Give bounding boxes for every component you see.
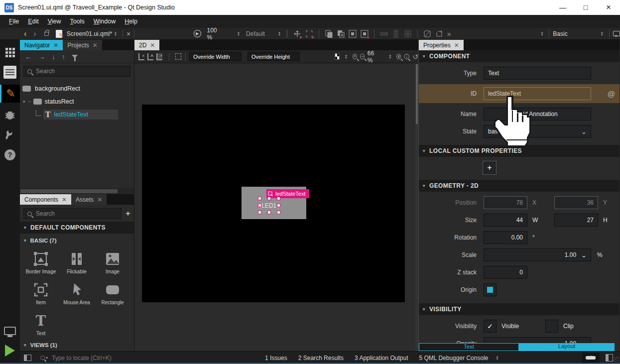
size-h-field[interactable]: 27 [554, 214, 598, 227]
open-file-name[interactable]: Screen01.ui.qml* [67, 30, 112, 37]
close-icon[interactable]: ✕ [62, 196, 67, 203]
debug-mode-icon[interactable] [2, 108, 17, 122]
navigator-search-input[interactable]: Search [23, 66, 130, 77]
menu-view[interactable]: View [44, 16, 65, 27]
components-group-basic[interactable]: ▾BASIC (7) [20, 234, 134, 247]
move-right-icon[interactable]: → [38, 53, 45, 61]
background-checker-icon[interactable] [335, 53, 340, 60]
state-dropdown[interactable]: base ⌄ [484, 125, 591, 138]
opacity-field[interactable]: 1.00 ⌄ [484, 337, 591, 343]
edit-mode-icon[interactable] [2, 65, 17, 80]
components-group-views[interactable]: ▾VIEWS (1) [20, 340, 134, 350]
component-rectangle[interactable]: Rectangle [95, 278, 130, 309]
paste-style-icon[interactable] [337, 30, 345, 38]
style-spinner[interactable]: ▲▼ [278, 31, 281, 36]
welcome-mode-icon[interactable] [2, 45, 17, 60]
position-y-field[interactable]: 36 [554, 196, 598, 209]
annotation-at-icon[interactable]: @ [608, 90, 615, 98]
timeline-icon[interactable] [380, 30, 388, 38]
root-item-canvas[interactable]: ledStateText LED1 [142, 105, 405, 302]
export-selection-icon[interactable] [305, 30, 313, 38]
kit-status-icon[interactable] [582, 353, 600, 364]
tab-text-properties[interactable]: Text [419, 343, 519, 351]
section-component[interactable]: ▾COMPONENT [419, 50, 620, 62]
output-pane-spinner[interactable]: ▲▼ [496, 356, 498, 361]
size-w-field[interactable]: 44 [484, 214, 527, 227]
section-local-custom[interactable]: ▾LOCAL CUSTOM PROPERTIES [419, 145, 620, 157]
tree-item-ledstatetext[interactable]: T ledStateText [20, 108, 134, 121]
menu-window[interactable]: Window [90, 16, 120, 27]
run-button[interactable] [2, 343, 17, 358]
feedback-icon[interactable] [613, 31, 620, 36]
zstack-field[interactable]: 0 [484, 266, 527, 279]
close-icon[interactable]: ✕ [150, 42, 155, 49]
close-icon[interactable]: ✕ [97, 196, 102, 203]
move-up-icon[interactable]: ↑ [62, 53, 65, 61]
kit-dropdown[interactable]: Basic [553, 30, 567, 37]
copy-style-icon[interactable] [325, 30, 333, 38]
list-view-icon[interactable] [392, 30, 400, 38]
nav-forward-icon[interactable]: › [33, 29, 36, 38]
menu-tools[interactable]: Tools [66, 16, 89, 27]
override-height-field[interactable]: Override Height [248, 52, 300, 61]
kit-spinner[interactable]: ▲▼ [601, 31, 604, 36]
canvas-zoom-spinner[interactable]: ▲▼ [388, 54, 391, 59]
tab-layout-properties[interactable]: Layout [519, 343, 615, 351]
type-field[interactable]: Text [484, 67, 591, 80]
maximize-button[interactable]: □ [574, 0, 597, 15]
output-pane-search-results[interactable]: 2 Search Results [293, 355, 349, 362]
close-document-icon[interactable]: × [126, 30, 130, 38]
selection-label[interactable]: ledStateText [266, 189, 309, 198]
section-geometry[interactable]: ▾GEOMETRY - 2D [419, 180, 620, 192]
position-x-field[interactable]: 78 [484, 196, 527, 209]
reformat-icon[interactable] [435, 30, 443, 38]
show-bounding-toggle-icon[interactable]: x [138, 53, 144, 60]
origin-button[interactable] [484, 283, 496, 296]
selected-text-element[interactable]: LED1 [260, 199, 278, 212]
no-effects-icon[interactable] [423, 30, 431, 38]
scale-field[interactable]: 1.00 ⌄ [484, 248, 591, 261]
section-visibility[interactable]: ▾VISIBILITY [419, 303, 620, 315]
expand-arrow-icon[interactable]: ▾ [23, 99, 25, 104]
id-field[interactable]: ledStateText [484, 87, 591, 100]
close-icon[interactable]: ✕ [93, 42, 98, 49]
kit-selector-icon[interactable] [2, 323, 17, 338]
resize-grip[interactable] [613, 357, 620, 364]
components-search-input[interactable]: Search [23, 208, 122, 219]
background-spinner[interactable]: ▲▼ [345, 54, 348, 59]
help-mode-icon[interactable]: ? [2, 147, 17, 162]
style-dropdown[interactable]: Default [246, 30, 265, 37]
tab-components[interactable]: Components✕ [20, 194, 71, 205]
add-annotation-button[interactable]: Add Annotation [517, 111, 557, 118]
rotation-field[interactable]: 0.00 [484, 231, 527, 244]
navigator-hscrollbar[interactable] [20, 188, 134, 194]
zoom-in-icon[interactable]: + [353, 54, 357, 59]
2d-canvas-area[interactable]: ledStateText LED1 [134, 63, 418, 351]
add-custom-property-button[interactable]: + [483, 161, 496, 175]
toggle-left-sidebar-icon[interactable] [24, 355, 31, 361]
zoom-out-icon[interactable]: − [360, 54, 365, 59]
menu-file[interactable]: File [5, 16, 23, 27]
output-pane-qml-debugger[interactable]: 5 QML Debugger Console [414, 355, 494, 362]
run-preview-icon[interactable]: ▶ [194, 30, 201, 37]
clip-checkbox[interactable] [545, 320, 558, 333]
minimize-button[interactable]: — [551, 0, 574, 15]
canvas-outline-icon[interactable] [175, 53, 181, 60]
tree-item-statusrect[interactable]: ▾– statusRect [20, 95, 134, 108]
menu-edit[interactable]: Edit [24, 16, 43, 27]
zoom-fit-icon[interactable]: ⋮ [404, 54, 409, 59]
close-icon[interactable]: ✕ [53, 42, 58, 49]
close-icon[interactable]: ✕ [454, 42, 459, 49]
output-pane-issues[interactable]: 1 Issues [259, 355, 293, 362]
zoom-selection-icon[interactable]: x [396, 54, 401, 59]
filter-icon[interactable] [72, 55, 78, 58]
lock-icon[interactable] [44, 32, 49, 36]
name-field[interactable]: Add Annotation [484, 108, 591, 121]
tree-item-backgroundrect[interactable]: backgroundRect [20, 82, 134, 95]
tab-properties[interactable]: Properties✕ [419, 40, 464, 50]
tab-navigator[interactable]: Navigator✕ [20, 40, 63, 50]
tab-projects[interactable]: Projects✕ [63, 40, 102, 50]
component-flickable[interactable]: Flickable [59, 247, 95, 278]
preview-zoom-value[interactable]: 100 % [207, 27, 223, 41]
preview-zoom-spinner[interactable]: ▲▼ [237, 31, 240, 36]
